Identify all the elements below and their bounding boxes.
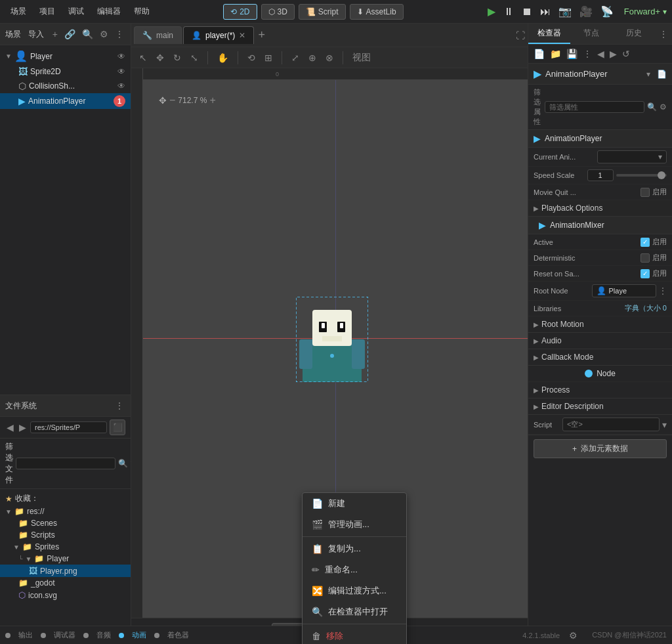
inspector-file-btn[interactable]: 📁 bbox=[549, 47, 562, 60]
reset-checkbox[interactable]: ✓ bbox=[640, 269, 650, 278]
tree-item-sprite2d[interactable]: 🖼 Sprite2D 👁 bbox=[0, 64, 131, 79]
vp-polygon-tool[interactable]: ⊗ bbox=[323, 51, 336, 64]
eye-player[interactable]: 👁 bbox=[117, 52, 125, 61]
zoom-plus-btn[interactable]: + bbox=[209, 95, 215, 106]
root-node-menu[interactable]: ⋮ bbox=[659, 286, 667, 295]
callback-mode-radio[interactable] bbox=[585, 370, 593, 377]
status-shader[interactable]: 着色器 bbox=[167, 630, 189, 640]
fs-filter-input[interactable] bbox=[16, 458, 116, 469]
toolbar-script[interactable]: 📜 Script bbox=[299, 4, 346, 20]
tree-item-player[interactable]: ▼ 👤 Player 👁 bbox=[0, 48, 131, 64]
fs-item-icon-svg[interactable]: ⬡ icon.svg bbox=[0, 589, 131, 601]
scene-menu-btn[interactable]: ⋮ bbox=[114, 28, 125, 41]
fs-item-res[interactable]: ▼ 📁 res:// bbox=[0, 505, 131, 517]
menu-project[interactable]: 项目 bbox=[34, 3, 60, 20]
vp-select-tool[interactable]: ↖ bbox=[136, 51, 150, 64]
fs-item-scenes[interactable]: 📁 Scenes bbox=[0, 517, 131, 529]
tab-main[interactable]: 🔧 main bbox=[134, 26, 182, 44]
pause-button[interactable]: ⏸ bbox=[501, 3, 516, 20]
fs-path-icon[interactable]: ⬛ bbox=[110, 419, 125, 435]
vp-view-menu[interactable]: 视图 bbox=[350, 51, 373, 65]
dropdown-new[interactable]: 📄 新建 bbox=[303, 493, 406, 514]
script-dropdown-btn[interactable]: ▾ bbox=[662, 419, 667, 430]
scene-config-btn[interactable]: ⚙ bbox=[98, 28, 110, 41]
vp-pivot-tool[interactable]: ⤢ bbox=[289, 51, 302, 64]
vp-snap-tool[interactable]: ⟲ bbox=[245, 51, 258, 64]
tab-close-player[interactable]: ✕ bbox=[239, 31, 245, 40]
fs-menu-btn[interactable]: ⋮ bbox=[114, 399, 125, 412]
process-header[interactable]: ▶ Process bbox=[528, 382, 672, 398]
dropdown-remove[interactable]: 🗑 移除 bbox=[303, 626, 406, 644]
vp-rotate-tool[interactable]: ↻ bbox=[171, 51, 184, 64]
camera-button[interactable]: 📷 bbox=[556, 3, 574, 20]
fs-forward-btn[interactable]: ▶ bbox=[18, 421, 28, 434]
dropdown-edit-transition[interactable]: 🔀 编辑过渡方式... bbox=[303, 580, 406, 601]
vp-scale-tool[interactable]: ⤡ bbox=[188, 51, 201, 64]
dropdown-manage[interactable]: 🎬 管理动画... bbox=[303, 514, 406, 535]
scene-filter-btn[interactable]: 🔍 bbox=[81, 28, 94, 41]
vp-bone-tool[interactable]: ⊕ bbox=[306, 51, 319, 64]
toolbar-assetlib[interactable]: ⬇ AssetLib bbox=[350, 4, 404, 20]
forward-dropdown-icon[interactable]: ▾ bbox=[663, 7, 667, 16]
menu-debug[interactable]: 调试 bbox=[63, 3, 89, 20]
play-button[interactable]: ▶ bbox=[485, 3, 498, 20]
menu-editor[interactable]: 编辑器 bbox=[92, 3, 126, 20]
audio-header[interactable]: ▶ Audio bbox=[528, 333, 672, 349]
right-panel-menu[interactable]: ⋮ bbox=[655, 24, 672, 44]
stop-button[interactable]: ⏹ bbox=[519, 3, 535, 20]
scene-link-btn[interactable]: 🔗 bbox=[63, 28, 77, 41]
current-ani-value[interactable]: ▾ bbox=[597, 150, 667, 163]
status-audio[interactable]: 音频 bbox=[96, 630, 111, 640]
inspector-back-btn[interactable]: ◀ bbox=[596, 47, 606, 60]
fs-item-player-folder[interactable]: └ ▼ 📁 Player bbox=[0, 553, 131, 565]
menu-scene[interactable]: 场景 bbox=[5, 3, 32, 20]
zoom-minus-btn[interactable]: − bbox=[169, 95, 175, 106]
remote-button[interactable]: 📡 bbox=[598, 3, 616, 20]
scene-add-btn[interactable]: + bbox=[51, 28, 59, 41]
mixer-section-header[interactable]: ▶ AnimationMixer bbox=[528, 217, 672, 234]
inspector-menu-btn[interactable]: ⋮ bbox=[581, 47, 593, 60]
inspector-refresh-btn[interactable]: ↺ bbox=[621, 47, 631, 60]
vp-pan-tool[interactable]: ✋ bbox=[215, 51, 231, 64]
dropdown-rename[interactable]: ✏ 重命名... bbox=[303, 559, 406, 580]
inspector-save-btn[interactable]: 💾 bbox=[565, 47, 579, 60]
speed-scale-slider[interactable] bbox=[616, 174, 667, 177]
tab-player[interactable]: 👤 player(*) ✕ bbox=[183, 26, 254, 44]
filter-options-icon[interactable]: ⚙ bbox=[660, 102, 667, 112]
active-checkbox[interactable]: ✓ bbox=[640, 238, 650, 247]
tab-nodes[interactable]: 节点 bbox=[570, 24, 612, 44]
status-debugger[interactable]: 调试器 bbox=[54, 630, 75, 640]
animplayer-section-header[interactable]: ▶ AnimationPlayer bbox=[528, 130, 672, 148]
movie-button[interactable]: 🎥 bbox=[577, 3, 595, 20]
playback-options-header[interactable]: ▶ Playback Options bbox=[528, 200, 672, 217]
tab-add-btn[interactable]: + bbox=[255, 26, 268, 45]
fs-back-btn[interactable]: ◀ bbox=[5, 421, 15, 434]
editor-desc-header[interactable]: ▶ Editor Description bbox=[528, 398, 672, 415]
eye-collision[interactable]: 👁 bbox=[117, 81, 125, 91]
menu-help[interactable]: 帮助 bbox=[129, 3, 155, 20]
deterministic-checkbox[interactable] bbox=[640, 253, 650, 263]
eye-sprite2d[interactable]: 👁 bbox=[117, 67, 125, 76]
vp-grid-tool[interactable]: ⊞ bbox=[262, 51, 275, 64]
node-docs-icon[interactable]: 📄 bbox=[657, 70, 667, 79]
toolbar-2d[interactable]: ⟲ 2D bbox=[223, 4, 257, 20]
inspector-fwd-btn[interactable]: ▶ bbox=[608, 47, 618, 60]
toolbar-3d[interactable]: ⬡ 3D bbox=[261, 4, 295, 20]
dropdown-copy[interactable]: 📋 复制为... bbox=[303, 538, 406, 559]
tree-item-collision[interactable]: ⬡ CollisionSh... 👁 bbox=[0, 79, 131, 93]
root-node-value-container[interactable]: 👤 Playe bbox=[592, 284, 657, 297]
dropdown-open-inspector[interactable]: 🔍 在检查器中打开 bbox=[303, 601, 406, 622]
speed-scale-value[interactable]: 1 bbox=[587, 169, 614, 181]
filter-input[interactable] bbox=[545, 101, 644, 113]
step-button[interactable]: ⏭ bbox=[537, 3, 553, 20]
fs-filter-icon[interactable]: 🔍 bbox=[118, 459, 128, 468]
filter-settings-icon[interactable]: 🔍 bbox=[647, 102, 657, 112]
status-output[interactable]: 输出 bbox=[18, 630, 33, 640]
callback-mode-header[interactable]: ▶ Callback Mode bbox=[528, 349, 672, 366]
node-selector-dropdown[interactable]: ▾ bbox=[646, 70, 650, 79]
add-element-btn[interactable]: + 添加元素数据 bbox=[534, 439, 667, 458]
tree-item-animplayer[interactable]: ▶ AnimationPlayer 1 bbox=[0, 93, 131, 109]
fs-item-godot[interactable]: 📁 _godot bbox=[0, 577, 131, 589]
fs-item-scripts[interactable]: 📁 Scripts bbox=[0, 529, 131, 541]
tab-history[interactable]: 历史 bbox=[613, 24, 655, 44]
